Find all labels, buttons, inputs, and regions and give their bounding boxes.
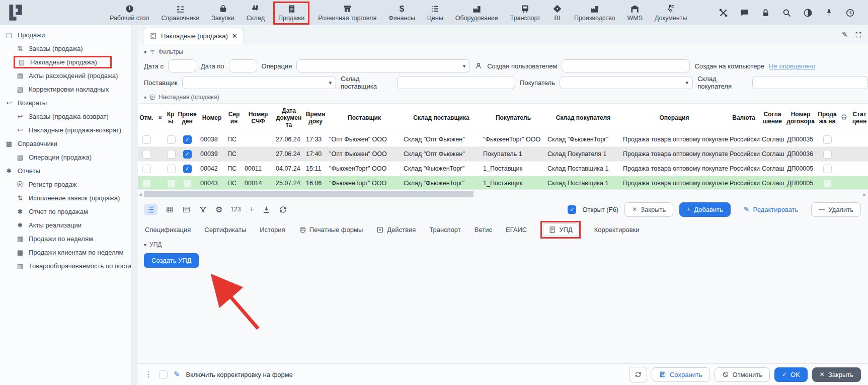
numbers-toggle[interactable]: 123 [230,206,241,213]
pin-icon[interactable] [824,8,834,18]
sidebar-item-sales-by-weeks[interactable]: ▦Продажи по неделям [0,232,131,246]
row-kry-checkbox[interactable] [167,179,176,188]
topbar-item-bi[interactable]: BI [553,4,562,22]
tab-invoices-sale[interactable]: Накладные (продажа) ✕ [143,28,244,44]
tab-print-forms[interactable]: Печатные формы [299,226,363,234]
view-list-button[interactable] [144,204,157,215]
scroll-right-arrow[interactable]: ▸ [863,191,866,198]
tab-actions[interactable]: Действия [376,226,416,234]
col-x[interactable]: × [155,104,165,132]
operation-select[interactable] [296,59,470,72]
sidebar-item-realization-acts[interactable]: ✱Акты реализации [0,218,131,232]
sidebar-item-invoices-sale[interactable]: ▤Накладные (продажа) [0,55,131,69]
sidebar-item-sales[interactable]: ▤Продажи [0,28,131,42]
col-operation[interactable]: Операция [621,104,728,132]
add-button[interactable]: +Добавить [679,202,730,217]
lock-icon[interactable] [761,8,770,18]
col-supplier[interactable]: Поставщик [327,104,402,132]
sidebar-item-turnover-by-supplier[interactable]: ▥Товарооборачиваемость по поставщик [0,259,131,273]
row-kry-checkbox[interactable] [167,150,176,159]
row-kry-checkbox[interactable] [167,135,176,144]
table-row[interactable]: 00038 ПС 27.06.24 17:33 "Опт Фьюжен" ООО… [138,132,868,147]
row-mark-checkbox[interactable] [142,150,151,159]
delete-button[interactable]: —Удалить [811,202,861,217]
upd-section-header[interactable]: ▾ УПД [138,239,868,250]
topbar-item-purchases[interactable]: Закупки [211,4,234,22]
col-doc-time[interactable]: Время доку [304,104,327,132]
row-sale-on-checkbox[interactable] [823,165,832,173]
topbar-item-warehouse[interactable]: Склад [247,4,265,22]
topbar-item-equipment[interactable]: Оборудование [455,4,498,22]
open-f6-checkbox[interactable] [568,205,576,214]
table-view-icon[interactable] [166,205,174,214]
topbar-item-prices[interactable]: Цены [427,4,443,22]
tab-vetis[interactable]: Ветис [475,226,492,234]
col-contract-number[interactable]: Номер договора [785,104,816,132]
sidebar-item-references[interactable]: ▩Справочники [0,137,131,150]
sidebar-item-returns[interactable]: ↩Возвраты [0,96,131,110]
buyer-select[interactable] [560,76,693,89]
table-row[interactable]: 00043 ПС 00014 25.07.24 16:06 "ФьюженТор… [138,176,868,190]
sidebar-item-invoice-corrections[interactable]: ▧Корректировки накладных [0,83,131,96]
row-posted-checkbox[interactable] [183,135,192,144]
topbar-item-sales[interactable]: Продажи [273,2,309,25]
tab-specification[interactable]: Спецификация [145,226,191,234]
date-from-input[interactable] [168,59,196,72]
sidebar-item-sales-register[interactable]: ⓇРегистр продаж [0,178,131,191]
chat-icon[interactable] [740,8,749,18]
row-sale-on-checkbox[interactable] [823,150,832,159]
table-row[interactable]: 00039 ПС 27.06.24 17:40 "Опт Фьюжен" ООО… [138,147,868,162]
col-buyer[interactable]: Покупатель [481,104,545,132]
tab-corrections[interactable]: Корректировки [594,226,640,234]
created-on-link[interactable]: Не определено [769,62,815,70]
col-mark[interactable]: Отм. [138,104,155,132]
refresh-icon[interactable] [279,205,287,214]
topbar-item-wms[interactable]: WMS [627,4,643,22]
summary-view-icon[interactable] [182,205,191,214]
col-doc-date[interactable]: Дата документа [274,104,304,132]
cancel-button[interactable]: Отменить [715,367,770,382]
sidebar-item-discrepancy-acts[interactable]: ▤Акты расхождений (продажа) [0,69,131,83]
row-posted-checkbox[interactable] [183,165,192,173]
scrollbar-thumb[interactable] [144,191,474,197]
col-sale-on[interactable]: Продажа на [816,104,838,132]
add-column-icon[interactable]: + [249,204,254,215]
sidebar-item-operations-sale[interactable]: ▤Операции (продажа) [0,150,131,164]
filter-funnel-icon[interactable] [199,205,207,214]
tools-icon[interactable] [719,8,728,18]
col-posted[interactable]: Проведен [176,104,198,132]
correction-checkbox[interactable] [159,370,168,379]
sidebar-item-orders-sale[interactable]: ⇅Заказы (продажа) [0,42,131,55]
col-series[interactable]: Серия [225,104,243,132]
row-posted-checkbox[interactable] [183,179,192,188]
row-sale-on-checkbox[interactable] [823,179,832,188]
sidebar-splitter[interactable] [131,25,138,385]
topbar-item-documents[interactable]: Документы [655,4,687,22]
row-kry-checkbox[interactable] [167,165,176,173]
sync-button[interactable] [629,367,647,382]
col-schf-number[interactable]: Номер СЧФ [243,104,274,132]
save-button[interactable]: Сохранить [652,367,710,382]
topbar-item-transport[interactable]: Транспорт [510,4,540,22]
close-tab-icon[interactable]: ✕ [232,32,238,40]
fullscreen-icon[interactable] [855,31,862,38]
col-kry[interactable]: Кры [165,104,176,132]
topbar-item-desktop[interactable]: Рабочий стол [110,4,149,22]
settings-gear-icon[interactable]: ⚙ [215,205,222,214]
contrast-icon[interactable] [803,8,813,18]
more-menu-icon[interactable]: ⋮ [145,370,153,379]
sidebar-item-order-fulfillment[interactable]: ⇅Исполнение заявок (продажа) [0,191,131,205]
supplier-warehouse-input[interactable] [397,76,515,89]
clock-icon[interactable] [845,8,855,18]
row-sale-on-checkbox[interactable] [823,135,832,144]
sidebar-item-reports[interactable]: ✱Отчеты [0,164,131,178]
horizontal-scrollbar[interactable]: ◂ ▸ [138,190,868,199]
close-record-button[interactable]: ✕Закрыть [624,202,673,217]
sidebar-item-invoices-return[interactable]: ↩Накладные (продажа-возврат) [0,123,131,137]
supplier-select[interactable] [182,76,336,89]
col-currency[interactable]: Валюта [728,104,760,132]
topbar-item-finance[interactable]: $ Финансы [388,4,415,22]
sidebar-item-sales-report[interactable]: ✱Отчет по продажам [0,205,131,218]
topbar-item-retail[interactable]: Розничная торговля [318,4,376,22]
col-buyer-warehouse[interactable]: Склад покупателя [545,104,621,132]
